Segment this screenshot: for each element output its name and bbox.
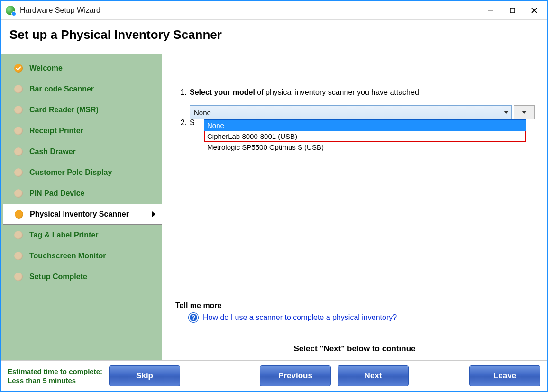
close-button[interactable] <box>523 3 545 18</box>
maximize-icon <box>509 7 516 14</box>
bullet-icon <box>14 252 23 260</box>
check-icon <box>14 64 23 73</box>
instruction-rest: of physical inventory scanner you have a… <box>255 88 421 96</box>
step-pin-pad[interactable]: PIN Pad Device <box>1 183 162 204</box>
skip-button[interactable]: Skip <box>109 365 180 386</box>
eta-value: Less than 5 minutes <box>8 376 102 385</box>
step-physical-inventory-scanner[interactable]: Physical Inventory Scanner <box>3 204 162 225</box>
chevron-down-icon <box>522 111 527 114</box>
help-link[interactable]: How do I use a scanner to complete a phy… <box>203 313 397 322</box>
wizard-body: Welcome Bar code Scanner Card Reader (MS… <box>1 54 547 361</box>
next-button[interactable]: Next <box>338 365 409 386</box>
model-option-none[interactable]: None <box>204 120 526 131</box>
bullet-icon <box>15 210 23 219</box>
model-select-value: None <box>194 109 211 117</box>
eta-block: Estimated time to complete: Less than 5 … <box>8 367 102 385</box>
tell-me-more-heading: Tell me more <box>175 301 536 310</box>
titlebar: Hardware Setup Wizard <box>1 1 547 20</box>
wizard-window: Hardware Setup Wizard Set up a Physical … <box>0 0 548 392</box>
step-label: Customer Pole Display <box>29 168 112 177</box>
step-label: Bar code Scanner <box>29 85 94 93</box>
model-aux-dropdown[interactable] <box>514 105 535 119</box>
step-barcode-scanner[interactable]: Bar code Scanner <box>1 79 162 100</box>
page-title: Set up a Physical Inventory Scanner <box>9 27 539 42</box>
step-label: PIN Pad Device <box>29 189 85 198</box>
app-icon <box>6 6 15 15</box>
step-touchscreen-monitor[interactable]: Touchscreen Monitor <box>1 246 162 266</box>
step-number: 1. <box>175 88 187 97</box>
minimize-button[interactable] <box>480 3 502 18</box>
step-card-reader[interactable]: Card Reader (MSR) <box>1 100 162 120</box>
minimize-icon <box>487 7 494 14</box>
model-combo-row: None None CipherLab 8000-8001 (USB) Metr… <box>190 105 538 119</box>
bullet-icon <box>14 189 23 198</box>
instruction-step-2-partial: 2. S <box>175 119 195 127</box>
bullet-icon <box>14 85 23 93</box>
model-select[interactable]: None <box>190 105 512 119</box>
step-label: Physical Inventory Scanner <box>30 210 129 219</box>
instruction-step-1: 1. Select your model of physical invento… <box>175 88 538 97</box>
chevron-down-icon <box>504 111 509 114</box>
step-label: Welcome <box>29 64 63 73</box>
step-label: Touchscreen Monitor <box>29 252 106 260</box>
step-setup-complete[interactable]: Setup Complete <box>1 266 162 287</box>
model-select-listbox[interactable]: None CipherLab 8000-8001 (USB) Metrologi… <box>204 119 526 153</box>
bullet-icon <box>14 168 23 177</box>
maximize-button[interactable] <box>502 3 523 18</box>
help-icon: ? <box>189 313 198 322</box>
step-label: Setup Complete <box>29 273 87 281</box>
continue-hint: Select "Next" below to continue <box>162 344 547 354</box>
step-tag-label-printer[interactable]: Tag & Label Printer <box>1 225 162 246</box>
model-option-metrologic[interactable]: Metrologic SP5500 Optimus S (USB) <box>204 142 526 153</box>
step-label: Tag & Label Printer <box>29 231 99 239</box>
step-pole-display[interactable]: Customer Pole Display <box>1 162 162 183</box>
step-label: Card Reader (MSR) <box>29 106 99 114</box>
close-icon <box>531 7 538 14</box>
svg-rect-1 <box>510 8 515 13</box>
previous-button[interactable]: Previous <box>260 365 331 386</box>
bullet-icon <box>14 147 23 156</box>
wizard-main-panel: 1. Select your model of physical invento… <box>162 54 547 360</box>
tell-me-more-section: Tell me more ? How do I use a scanner to… <box>175 301 536 322</box>
step-label: Cash Drawer <box>29 147 76 156</box>
help-link-row: ? How do I use a scanner to complete a p… <box>189 313 536 322</box>
arrow-right-icon <box>152 211 155 217</box>
bullet-icon <box>14 273 23 281</box>
leave-button[interactable]: Leave <box>469 365 540 386</box>
bullet-icon <box>14 127 23 135</box>
window-controls <box>480 3 545 18</box>
step-welcome[interactable]: Welcome <box>1 58 162 79</box>
step-cash-drawer[interactable]: Cash Drawer <box>1 141 162 162</box>
step-number: 2. <box>175 119 187 127</box>
window-title: Hardware Setup Wizard <box>20 6 480 15</box>
eta-label: Estimated time to complete: <box>8 367 102 376</box>
step-receipt-printer[interactable]: Receipt Printer <box>1 120 162 141</box>
bullet-icon <box>14 106 23 114</box>
instruction-text: Select your model of physical inventory … <box>190 88 421 97</box>
instruction-text-partial: S <box>190 119 195 127</box>
bullet-icon <box>14 231 23 239</box>
instruction-bold: Select your model <box>190 88 255 96</box>
model-option-cipherlab[interactable]: CipherLab 8000-8001 (USB) <box>204 131 526 142</box>
wizard-steps-sidebar: Welcome Bar code Scanner Card Reader (MS… <box>1 54 162 360</box>
step-label: Receipt Printer <box>29 127 83 135</box>
wizard-footer: Estimated time to complete: Less than 5 … <box>1 361 547 391</box>
page-header: Set up a Physical Inventory Scanner <box>1 20 547 54</box>
